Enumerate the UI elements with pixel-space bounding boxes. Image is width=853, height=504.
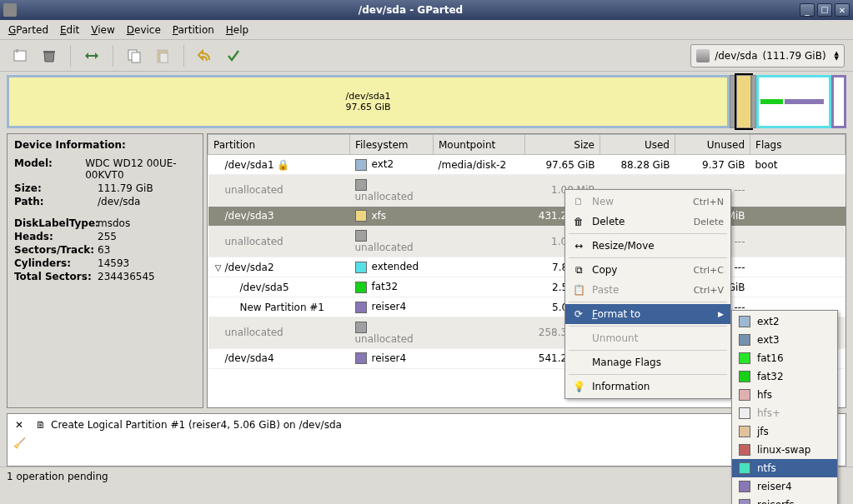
ctx-paste[interactable]: 📋PasteCtrl+V xyxy=(565,280,730,300)
cell-flags xyxy=(750,175,845,207)
device-selector[interactable]: /dev/sda (111.79 GiB) ▲▼ xyxy=(690,44,845,67)
map-segment-sda4[interactable] xyxy=(831,75,846,128)
fs-color-icon xyxy=(355,179,367,191)
format-option-hfs[interactable]: hfs xyxy=(732,386,837,404)
map-seg-size: 97.65 GiB xyxy=(345,102,390,112)
table-row[interactable]: unallocated unallocated 1.00 MiB --- --- xyxy=(208,226,845,257)
format-option-linux-swap[interactable]: linux-swap xyxy=(732,441,837,459)
fs-color-icon xyxy=(355,352,367,364)
undo-button[interactable] xyxy=(193,43,218,68)
format-option-ntfs[interactable]: ntfs xyxy=(732,459,837,477)
format-option-ext3[interactable]: ext3 xyxy=(732,331,837,349)
paste-icon: 📋 xyxy=(572,283,585,297)
toolbar: /dev/sda (111.79 GiB) ▲▼ xyxy=(0,40,853,72)
ctx-new[interactable]: 🗋NewCtrl+N xyxy=(565,192,730,212)
table-row[interactable]: /dev/sda5 fat32 2.50 GiB 8.00 KiB 2.50 G… xyxy=(208,277,845,297)
pending-op-item[interactable]: 🗎 Create Logical Partition #1 (reiser4, … xyxy=(36,419,840,431)
cell-filesystem: reiser4 xyxy=(350,348,434,368)
paste-button[interactable] xyxy=(150,43,175,68)
map-segment-sda5[interactable] xyxy=(760,99,783,104)
cyl-key: Cylinders: xyxy=(14,257,98,269)
cell-mountpoint xyxy=(434,348,525,368)
cell-flags xyxy=(750,206,845,226)
broom-icon[interactable]: 🧹 xyxy=(13,437,26,449)
close-button[interactable]: ✕ xyxy=(835,3,850,17)
col-filesystem[interactable]: Filesystem xyxy=(350,135,434,155)
table-row[interactable]: ▽/dev/sda2 extended 7.81 GiB --- --- xyxy=(208,257,845,277)
apply-button[interactable] xyxy=(221,43,246,68)
map-segment-sda3[interactable] xyxy=(736,75,751,128)
separator xyxy=(569,257,727,258)
cell-filesystem: unallocated xyxy=(350,226,434,257)
separator xyxy=(569,326,727,327)
col-flags[interactable]: Flags xyxy=(750,135,845,155)
map-segment-sda1[interactable]: /dev/sda1 97.65 GiB xyxy=(7,75,730,128)
col-mountpoint[interactable]: Mountpoint xyxy=(434,135,525,155)
table-row[interactable]: unallocated unallocated 1.00 MiB --- --- xyxy=(208,175,845,207)
ctx-resize[interactable]: ↔Resize/Move xyxy=(565,236,730,256)
svg-rect-2 xyxy=(43,51,55,52)
ctx-manage-flags[interactable]: Manage Flags xyxy=(565,352,730,372)
map-segment-unalloc[interactable] xyxy=(730,75,736,128)
format-option-fat32[interactable]: fat32 xyxy=(732,367,837,386)
fs-color-icon xyxy=(739,426,750,437)
format-option-ext2[interactable]: ext2 xyxy=(732,312,837,331)
fs-option-label: ntfs xyxy=(757,462,776,474)
cell-partition: unallocated xyxy=(208,226,350,257)
ctx-copy[interactable]: ⧉CopyCtrl+C xyxy=(565,260,730,280)
lock-icon: 🔒 xyxy=(277,159,289,171)
menu-gparted[interactable]: GGPartedParted xyxy=(8,24,48,36)
format-option-reiserfs[interactable]: reiserfs xyxy=(732,496,837,504)
separator xyxy=(113,45,113,67)
ctx-unmount[interactable]: Unmount xyxy=(565,328,730,348)
fs-option-label: ext3 xyxy=(757,334,780,346)
new-icon: 🗋 xyxy=(572,195,585,208)
format-option-hfsplus[interactable]: hfs+ xyxy=(732,404,837,422)
minimize-button[interactable]: _ xyxy=(800,3,815,17)
menu-edit[interactable]: EditEdit xyxy=(60,24,79,36)
expander-icon[interactable]: ▽ xyxy=(213,263,223,272)
menu-help[interactable]: HelpHelp xyxy=(226,24,248,36)
ctx-format-to[interactable]: ⟳Format toFormat to▶ xyxy=(565,304,730,324)
copy-button[interactable] xyxy=(122,43,147,68)
fs-option-label: hfs xyxy=(757,389,772,401)
fs-color-icon xyxy=(739,316,750,327)
ctx-delete[interactable]: 🗑DeleteDelete xyxy=(565,212,730,232)
col-used[interactable]: Used xyxy=(600,135,675,155)
menu-device[interactable]: DeviceDevice xyxy=(127,24,161,36)
resize-move-button[interactable] xyxy=(79,43,104,68)
fs-option-label: ext2 xyxy=(757,316,780,327)
col-size[interactable]: Size xyxy=(525,135,600,155)
format-option-reiser4[interactable]: reiser4 xyxy=(732,477,837,496)
col-partition[interactable]: Partition xyxy=(208,135,350,155)
menu-partition[interactable]: PartitionPartition xyxy=(173,24,214,36)
fs-color-icon xyxy=(739,444,750,456)
menu-view[interactable]: ViewView xyxy=(91,24,114,36)
trash-icon: 🗑 xyxy=(572,215,585,228)
cell-filesystem: unallocated xyxy=(350,175,434,207)
ctx-information[interactable]: 💡Information xyxy=(565,377,730,397)
format-option-fat16[interactable]: fat16 xyxy=(732,349,837,367)
partition-map[interactable]: /dev/sda1 97.65 GiB xyxy=(7,75,846,128)
fs-option-label: jfs xyxy=(757,426,769,437)
cell-mountpoint xyxy=(434,277,525,297)
delete-partition-button[interactable] xyxy=(37,43,62,68)
cell-flags: boot xyxy=(750,155,845,175)
cell-partition: /dev/sda1 🔒 xyxy=(208,155,350,175)
combo-arrows-icon: ▲▼ xyxy=(835,51,839,61)
maximize-button[interactable]: ☐ xyxy=(817,3,832,17)
device-info-heading: Device Information: xyxy=(14,139,196,151)
table-row[interactable]: /dev/sda1 🔒 ext2 /media/disk-2 97.65 GiB… xyxy=(208,155,845,175)
close-pending-button[interactable]: ✕ xyxy=(15,419,23,431)
fs-color-icon xyxy=(355,302,367,313)
cell-partition: unallocated xyxy=(208,175,350,207)
new-partition-button[interactable] xyxy=(8,43,33,68)
table-row[interactable]: /dev/sda3 xfs 431.23 MiB 404.65 MiB 26.5… xyxy=(208,206,845,226)
svg-rect-1 xyxy=(16,49,18,52)
map-segment-new1[interactable] xyxy=(785,99,824,104)
cell-mountpoint xyxy=(434,206,525,226)
format-option-jfs[interactable]: jfs xyxy=(732,422,837,441)
col-unused[interactable]: Unused xyxy=(675,135,750,155)
fs-option-label: reiserfs xyxy=(757,499,794,504)
map-segment-sda2-extended[interactable] xyxy=(756,75,831,128)
